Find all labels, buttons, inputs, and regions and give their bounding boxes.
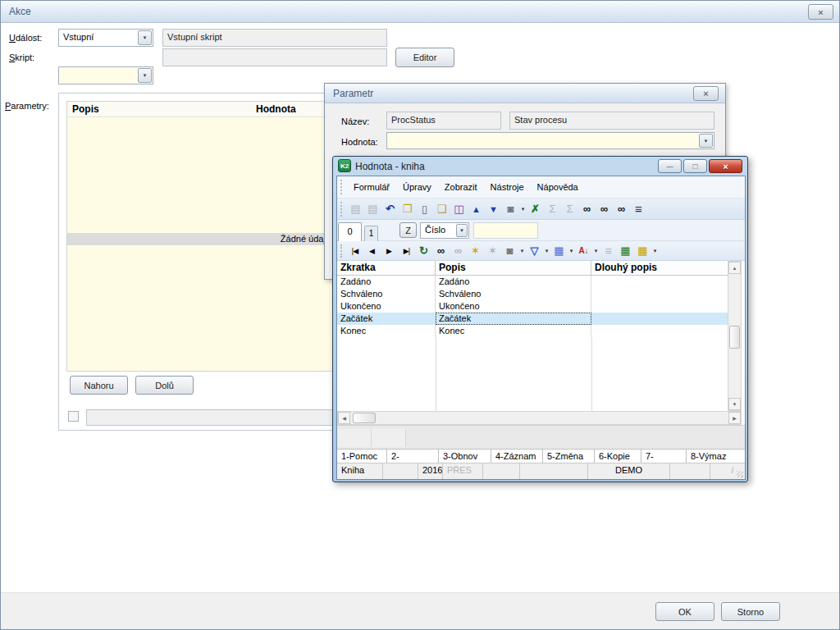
sum-selection-icon[interactable]: Σ <box>561 201 578 217</box>
menu-napoveda[interactable]: Nápověda <box>531 182 585 192</box>
menu-upravy[interactable]: Úpravy <box>396 182 438 192</box>
scrollbar-thumb[interactable] <box>729 326 740 349</box>
table-row[interactable]: Zadáno Zadáno <box>337 276 728 288</box>
fkey-4-zaznam[interactable]: 4-Záznam <box>491 450 543 463</box>
chevron-down-icon[interactable]: ▾ <box>519 206 527 212</box>
hodnota-combobox[interactable]: ▼ <box>386 132 714 149</box>
chevron-down-icon[interactable]: ▾ <box>543 248 550 254</box>
param-extra-field[interactable] <box>86 409 335 426</box>
add-record-icon[interactable]: ✶ <box>467 243 484 259</box>
book-icon[interactable]: ◫ <box>450 201 468 217</box>
first-record-icon[interactable]: |◀ <box>346 243 363 259</box>
udalost-combobox[interactable]: Vstupní ▼ <box>58 29 153 47</box>
scroll-down-icon[interactable]: ▼ <box>728 398 741 410</box>
chevron-down-icon[interactable]: ▼ <box>456 224 468 237</box>
chevron-down-icon[interactable]: ▼ <box>699 134 713 148</box>
fkey-2[interactable]: 2- <box>387 450 439 463</box>
tab-0[interactable]: 0 <box>338 222 362 241</box>
remove-record-icon[interactable]: ✶ <box>484 243 501 259</box>
table-row[interactable]: Konec Konec <box>337 325 728 337</box>
chevron-down-icon[interactable]: ▾ <box>651 248 659 254</box>
param-checkbox[interactable] <box>68 411 79 422</box>
refresh-icon[interactable]: ↻ <box>415 243 432 259</box>
akce-close-button[interactable]: × <box>808 4 833 20</box>
move-down-icon[interactable]: ▼ <box>485 201 502 217</box>
find-icon[interactable]: ∞ <box>578 201 596 217</box>
camera-icon[interactable]: ◙ <box>502 201 519 217</box>
editor-button[interactable]: Editor <box>395 48 454 67</box>
fkey-1-pomoc[interactable]: 1-Pomoc <box>337 450 387 463</box>
menu-formular[interactable]: Formulář <box>347 182 396 192</box>
new-record-icon[interactable]: ▯ <box>416 201 433 217</box>
nazev-description-field[interactable]: Stav procesu <box>509 112 714 130</box>
save-icon[interactable]: ▤ <box>347 201 364 217</box>
column-header-zkratka[interactable]: Zkratka <box>337 261 436 275</box>
filter-icon[interactable]: ▽ <box>526 243 543 259</box>
type-combobox[interactable]: Číslo ▼ <box>420 222 469 239</box>
scroll-up-icon[interactable]: ▲ <box>728 262 741 274</box>
next-record-icon[interactable]: ▶ <box>381 243 398 259</box>
skript-combobox[interactable]: ▼ <box>58 66 153 84</box>
camera-icon[interactable]: ◙ <box>501 243 518 259</box>
scroll-left-icon[interactable]: ◀ <box>338 412 350 424</box>
horizontal-scrollbar[interactable]: ◀ ▶ <box>337 411 742 425</box>
kniha-maximize-button[interactable]: □ <box>683 159 707 173</box>
dolu-button[interactable]: Dolů <box>135 376 194 395</box>
excel-export-icon[interactable]: ▦ <box>617 243 634 259</box>
form-view-icon[interactable]: ▦ <box>550 243 568 259</box>
previous-record-icon[interactable]: ◀ <box>363 243 381 259</box>
tab-1[interactable]: 1 <box>364 226 378 241</box>
chevron-down-icon[interactable]: ▼ <box>138 68 152 83</box>
table-view-icon[interactable]: ▦ <box>634 243 651 259</box>
quick-filter-field[interactable] <box>473 222 538 239</box>
chevron-down-icon[interactable]: ▼ <box>138 30 152 45</box>
sum-icon[interactable]: Σ <box>544 201 561 217</box>
menu-nastroje[interactable]: Nástroje <box>484 182 531 192</box>
grid-body[interactable]: Zadáno Zadáno Schváleno Schváleno Ukonče… <box>337 276 728 411</box>
save-as-icon[interactable]: ▤ <box>364 201 381 217</box>
chevron-down-icon[interactable]: ▾ <box>518 248 526 254</box>
find-next-icon[interactable]: ∞ <box>596 201 613 217</box>
fkey-7[interactable]: 7- <box>641 450 687 463</box>
storno-button[interactable]: Storno <box>721 602 780 621</box>
column-header-popis[interactable]: Popis <box>436 261 591 275</box>
search-icon[interactable]: ∞ <box>432 243 450 259</box>
scroll-right-icon[interactable]: ▶ <box>728 412 741 424</box>
resize-grip-icon[interactable] <box>737 471 743 477</box>
list-icon[interactable]: ≡ <box>600 243 617 259</box>
last-record-icon[interactable]: ▶| <box>398 243 415 259</box>
z-button[interactable]: Z <box>399 222 417 238</box>
table-row-selected[interactable]: Začátek Začátek <box>337 313 728 325</box>
kniha-minimize-button[interactable]: — <box>658 159 682 173</box>
udalost-description-field[interactable]: Vstupní skript <box>162 29 387 47</box>
column-header-dlouhy-popis[interactable]: Dlouhý popis <box>591 261 728 275</box>
nahoru-button[interactable]: Nahoru <box>70 376 128 395</box>
menu-zobrazit[interactable]: Zobrazit <box>438 182 484 192</box>
search-next-icon[interactable]: ∞ <box>450 243 467 259</box>
fkey-8-vymaz[interactable]: 8-Výmaz <box>687 450 745 463</box>
ok-button[interactable]: OK <box>655 602 714 621</box>
fkey-3-obnov[interactable]: 3-Obnov <box>439 450 491 463</box>
fkey-5-zmena[interactable]: 5-Změna <box>543 450 595 463</box>
scrollbar-thumb[interactable] <box>353 413 376 423</box>
move-up-icon[interactable]: ▲ <box>468 201 485 217</box>
kniha-titlebar[interactable]: K2 Hodnota - kniha — □ × <box>333 157 747 176</box>
chevron-down-icon[interactable]: ▾ <box>592 248 600 254</box>
sort-icon[interactable]: A↓ <box>575 243 592 259</box>
table-row[interactable]: Schváleno Schváleno <box>337 288 728 300</box>
column-header-hodnota[interactable]: Hodnota <box>256 103 296 115</box>
parametr-titlebar[interactable]: Parametr × <box>325 84 725 103</box>
menu-list-icon[interactable]: ≡ <box>630 201 647 217</box>
kniha-close-button[interactable]: × <box>709 159 742 173</box>
column-header-popis[interactable]: Popis <box>72 103 99 115</box>
nazev-value-field[interactable]: ProcStatus <box>386 112 501 130</box>
open-icon[interactable]: ❐ <box>399 201 416 217</box>
fkey-6-kopie[interactable]: 6-Kopie <box>595 450 641 463</box>
table-row[interactable]: Ukončeno Ukončeno <box>337 300 728 313</box>
undo-icon[interactable]: ↶ <box>381 201 399 217</box>
skript-description-field[interactable] <box>162 48 387 66</box>
akce-titlebar[interactable]: Akce × <box>1 1 839 23</box>
find-selection-icon[interactable]: ∞ <box>613 201 630 217</box>
parametr-close-button[interactable]: × <box>693 86 719 101</box>
chevron-down-icon[interactable]: ▾ <box>568 248 575 254</box>
